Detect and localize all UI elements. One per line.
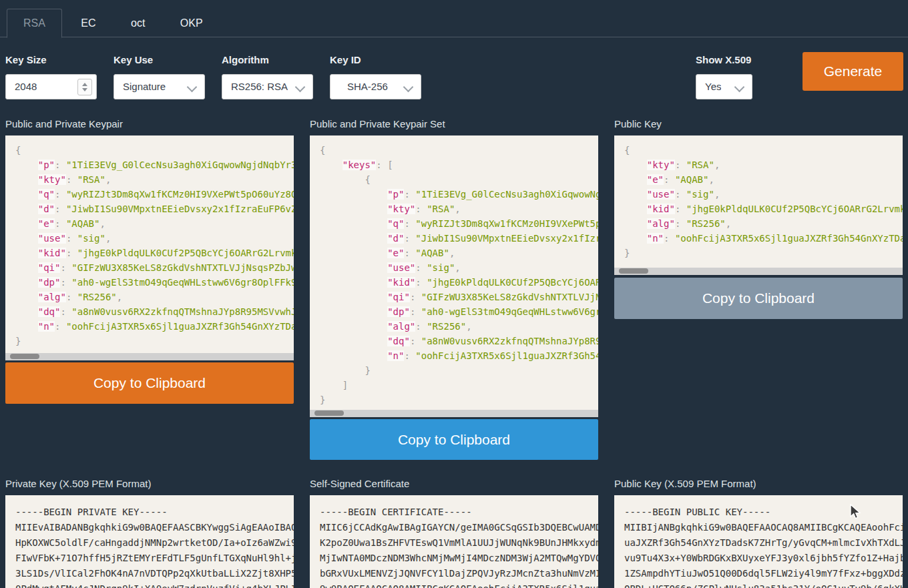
public-key-pem-panel: -----BEGIN PUBLIC KEY-----MIIBIjANBgkqhk… <box>614 495 903 588</box>
horizontal-scrollbar[interactable] <box>614 268 903 275</box>
key-use-value: Signature <box>123 81 166 92</box>
copy-keypair-button[interactable]: Copy to Clipboard <box>5 362 294 404</box>
keypair-json: { "p": "1TiE3EVg_G0lCecNsu3agh0XiGqwowNg… <box>5 135 294 348</box>
spinner-up-icon[interactable] <box>82 83 87 86</box>
key-id-select[interactable]: SHA-256 <box>330 74 421 99</box>
key-use-select[interactable]: Signature <box>114 74 205 99</box>
mkjwk-app: { "tabs": [ {"label": "RSA", "active": t… <box>0 0 908 588</box>
copy-public-key-button[interactable]: Copy to Clipboard <box>614 278 903 319</box>
algorithm-label: Algorithm <box>222 54 313 65</box>
public-key-json: { "kty": "RSA", "e": "AQAB", "use": "sig… <box>614 135 903 260</box>
key-size-input[interactable]: 2048 <box>5 74 97 99</box>
key-size-value: 2048 <box>15 81 37 92</box>
generate-button[interactable]: Generate <box>803 52 903 91</box>
chevron-down-icon <box>187 82 198 93</box>
horizontal-scrollbar[interactable] <box>310 410 598 417</box>
scrollbar-thumb[interactable] <box>619 268 648 274</box>
algorithm-value: RS256: RSA <box>231 81 288 92</box>
private-key-pem: -----BEGIN PRIVATE KEY-----MIIEvAIBADANB… <box>5 495 294 588</box>
chevron-down-icon <box>734 82 745 93</box>
key-id-value: SHA-256 <box>347 81 388 92</box>
key-id-label: Key ID <box>330 54 421 65</box>
private-key-pem-panel: -----BEGIN PRIVATE KEY-----MIIEvAIBADANB… <box>5 495 294 588</box>
horizontal-scrollbar[interactable] <box>5 353 294 360</box>
key-size-group: Key Size 2048 <box>5 54 97 99</box>
show-x509-label: Show X.509 <box>696 54 752 65</box>
private-key-pem-title: Private Key (X.509 PEM Format) <box>5 478 151 489</box>
key-size-label: Key Size <box>5 54 97 65</box>
public-key-panel-title: Public Key <box>614 118 662 129</box>
tab-oct[interactable]: oct <box>115 9 161 37</box>
show-x509-select[interactable]: Yes <box>696 74 752 99</box>
key-use-label: Key Use <box>114 54 205 65</box>
scrollbar-thumb[interactable] <box>314 410 344 416</box>
public-key-pem-title: Public Key (X.509 PEM Format) <box>614 478 756 489</box>
certificate-pem: -----BEGIN CERTIFICATE-----MIIC6jCCAdKgA… <box>310 495 598 588</box>
chevron-down-icon <box>403 82 414 93</box>
chevron-down-icon <box>295 82 306 93</box>
tab-rsa[interactable]: RSA <box>7 9 62 38</box>
keypair-set-json: { "keys": [ { "p": "1TiE3EVg_G0lCecNsu3a… <box>310 135 598 407</box>
spinner-down-icon[interactable] <box>82 88 87 91</box>
show-x509-value: Yes <box>705 81 721 92</box>
certificate-title: Self-Signed Certificate <box>310 478 409 489</box>
key-type-tabs: RSA EC oct OKP <box>0 8 908 37</box>
public-key-pem: -----BEGIN PUBLIC KEY-----MIIBIjANBgkqhk… <box>614 495 903 588</box>
number-spinner[interactable] <box>77 79 92 95</box>
certificate-panel: -----BEGIN CERTIFICATE-----MIIC6jCCAdKgA… <box>310 495 598 588</box>
keypair-set-code-panel: { "keys": [ { "p": "1TiE3EVg_G0lCecNsu3a… <box>310 135 598 417</box>
keypair-set-panel-title: Public and Private Keypair Set <box>310 118 445 129</box>
algorithm-select[interactable]: RS256: RSA <box>222 74 313 99</box>
key-id-group: Key ID SHA-256 <box>330 54 421 99</box>
public-key-code-panel: { "kty": "RSA", "e": "AQAB", "use": "sig… <box>614 135 903 275</box>
algorithm-group: Algorithm RS256: RSA <box>222 54 313 99</box>
show-x509-group: Show X.509 Yes <box>696 54 752 99</box>
copy-keypair-set-button[interactable]: Copy to Clipboard <box>310 419 598 460</box>
tab-ec[interactable]: EC <box>65 9 111 37</box>
scrollbar-thumb[interactable] <box>10 354 39 359</box>
tab-okp[interactable]: OKP <box>164 9 219 37</box>
keypair-code-panel: { "p": "1TiE3EVg_G0lCecNsu3agh0XiGqwowNg… <box>5 135 294 360</box>
key-use-group: Key Use Signature <box>114 54 205 99</box>
keypair-panel-title: Public and Private Keypair <box>5 118 123 129</box>
